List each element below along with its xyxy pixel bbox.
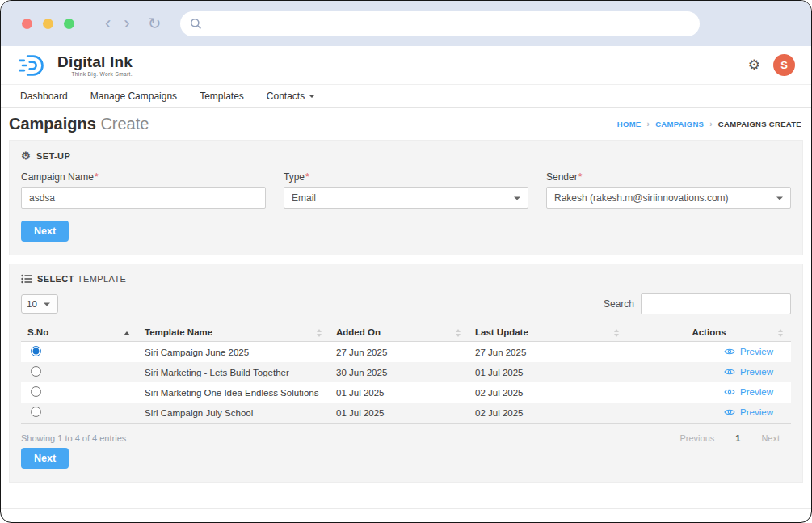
campaign-name-field: Campaign Name* (21, 171, 266, 209)
eye-icon (724, 368, 735, 376)
pagination-next[interactable]: Next (761, 433, 780, 443)
type-select[interactable]: Email (284, 187, 528, 209)
table-header-row: S.No Template Name Added On Last Update (21, 323, 791, 342)
settings-gear-icon[interactable]: ⚙ (748, 58, 760, 72)
preview-label: Preview (740, 367, 773, 377)
header-actions: ⚙ S (748, 54, 795, 76)
main-nav: Dashboard Manage Campaigns Templates Con… (1, 85, 811, 108)
added-on-cell: 30 Jun 2025 (330, 362, 469, 382)
template-name-cell: Siri Marketing - Lets Build Together (138, 362, 330, 382)
brand-logo[interactable]: Digital Ink Think Big. Work Smart. (17, 53, 133, 78)
nav-item-dashboard[interactable]: Dashboard (20, 91, 68, 102)
preview-link[interactable]: Preview (724, 387, 773, 397)
sender-field: Sender* Rakesh (rakesh.m@siriinnovations… (546, 171, 791, 209)
sort-icon (317, 329, 322, 337)
minimize-window-button[interactable] (43, 19, 53, 29)
page-title-main: Campaigns (9, 115, 96, 133)
pagination-previous[interactable]: Previous (679, 433, 714, 443)
sort-icon (456, 329, 461, 337)
setup-heading: ⚙ SET-UP (21, 150, 791, 161)
column-header-sno-label: S.No (27, 327, 48, 337)
nav-item-contacts[interactable]: Contacts (267, 91, 315, 102)
preview-link[interactable]: Preview (724, 367, 773, 377)
page-footer: Copyright © 2026 Siri Innovations Pvt lt… (1, 508, 811, 523)
sort-ascending-icon (124, 331, 130, 335)
breadcrumb-campaigns[interactable]: CAMPAIGNS (655, 120, 704, 129)
preview-label: Preview (740, 407, 773, 417)
brand-tagline: Think Big. Work Smart. (57, 71, 133, 77)
table-controls: 10 Search (21, 293, 791, 314)
search-icon (190, 18, 202, 30)
address-input[interactable] (208, 18, 690, 30)
last-update-cell: 02 Jul 2025 (469, 382, 627, 403)
preview-link[interactable]: Preview (724, 407, 773, 417)
required-asterisk: * (95, 171, 99, 183)
forward-icon[interactable]: › (124, 15, 129, 32)
browser-chrome: ‹ › ↻ (1, 1, 811, 46)
pagination: Previous 1 Next (679, 433, 791, 443)
page-size-select[interactable]: 10 (21, 294, 58, 314)
setup-fields: Campaign Name* Type* Email Sender* Rakes (21, 171, 791, 209)
last-update-cell: 27 Jun 2025 (469, 342, 627, 363)
eye-icon (724, 388, 735, 396)
column-header-actions-label: Actions (692, 327, 726, 337)
user-avatar[interactable]: S (773, 54, 795, 76)
column-header-added-label: Added On (336, 327, 381, 337)
nav-item-templates[interactable]: Templates (200, 91, 244, 102)
campaign-name-input[interactable] (21, 187, 266, 209)
breadcrumb-separator-icon: › (647, 120, 650, 129)
sort-icon (778, 329, 783, 337)
app-header: Digital Ink Think Big. Work Smart. ⚙ S (1, 46, 811, 85)
preview-link[interactable]: Preview (724, 347, 773, 356)
column-header-updated-label: Last Update (475, 327, 528, 337)
sender-label: Sender* (546, 171, 791, 183)
column-header-sno[interactable]: S.No (21, 323, 138, 342)
back-icon[interactable]: ‹ (105, 15, 111, 32)
pagination-page-1[interactable]: 1 (735, 433, 740, 443)
added-on-cell: 01 Jul 2025 (330, 403, 469, 424)
template-name-cell: Siri Marketing One Idea Endless Solution… (138, 382, 330, 403)
table-row: Siri Campaign June 2025 27 Jun 2025 27 J… (21, 342, 791, 363)
template-radio[interactable] (31, 386, 41, 397)
table-row: Siri Marketing - Lets Build Together 30 … (21, 362, 791, 382)
template-name-cell: Siri Campaign June 2025 (138, 342, 330, 363)
setup-next-button[interactable]: Next (21, 221, 69, 242)
select-template-heading: SELECT TEMPLATE (21, 274, 791, 284)
maximize-window-button[interactable] (64, 19, 74, 29)
window-controls (22, 19, 74, 29)
last-update-cell: 01 Jul 2025 (469, 362, 627, 382)
refresh-icon[interactable]: ↻ (148, 15, 162, 32)
column-header-last-update[interactable]: Last Update (469, 323, 627, 342)
page-title-sub: Create (100, 115, 149, 133)
template-radio[interactable] (31, 407, 41, 417)
column-header-actions[interactable]: Actions (627, 323, 791, 342)
template-radio[interactable] (31, 366, 41, 377)
select-template-heading-rest: TEMPLATE (78, 274, 126, 284)
template-next-button[interactable]: Next (21, 448, 69, 469)
sender-select[interactable]: Rakesh (rakesh.m@siriinnovations.com) (546, 187, 791, 209)
table-row: Siri Campaign July School 01 Jul 2025 02… (21, 403, 791, 424)
breadcrumb-home[interactable]: HOME (617, 120, 642, 129)
column-header-added-on[interactable]: Added On (330, 323, 469, 342)
sort-icon (614, 329, 619, 337)
page-title: Campaigns Create (9, 115, 149, 133)
required-asterisk: * (305, 171, 309, 183)
column-header-template-name[interactable]: Template Name (138, 323, 330, 342)
table-search-input[interactable] (641, 293, 791, 314)
brand-text: Digital Ink Think Big. Work Smart. (57, 54, 133, 77)
table-search: Search (604, 293, 791, 314)
preview-label: Preview (740, 387, 773, 397)
close-window-button[interactable] (22, 19, 32, 29)
type-label: Type* (284, 171, 528, 183)
gear-icon: ⚙ (21, 150, 31, 161)
chevron-down-icon (309, 95, 315, 98)
nav-item-manage-campaigns[interactable]: Manage Campaigns (90, 91, 177, 102)
template-radio[interactable] (31, 346, 41, 356)
table-footer: Showing 1 to 4 of 4 entries Previous 1 N… (21, 424, 791, 443)
select-template-card: SELECT TEMPLATE 10 Search S.No (9, 264, 803, 483)
eye-icon (724, 408, 735, 416)
breadcrumb-current: CAMPAIGNS CREATE (718, 120, 801, 129)
address-bar[interactable] (180, 11, 700, 36)
list-icon (21, 274, 32, 284)
type-label-text: Type (284, 171, 305, 183)
